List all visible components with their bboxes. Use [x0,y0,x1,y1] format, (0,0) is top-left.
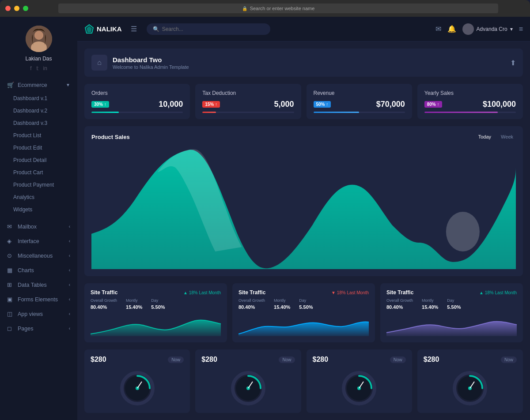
traffic-stats-0: Overall Growth 80.40% Montly 15.40% Day … [91,298,221,311]
watch-now-2[interactable]: Now [390,356,406,363]
traffic-title-0: Site Traffic [91,289,117,296]
product-sales-svg [91,146,516,269]
traffic-stat-0-1: Montly 15.40% [126,298,142,311]
svg-point-16 [246,402,250,405]
revenue-bar [314,112,405,113]
social-icons: f 𝕥 in [30,65,47,71]
sidebar-item-mailbox[interactable]: ✉ Mailbox ‹ [0,219,77,234]
watch-now-1[interactable]: Now [279,356,295,363]
revenue-row: 50% ↑ $70,000 [314,100,405,109]
topbar-user-name: Advanda Cro [477,26,507,32]
mailbox-chevron: ‹ [69,224,70,229]
sidebar-item-app-views[interactable]: ◫ App views ‹ [0,307,77,321]
search-bar[interactable]: 🔍 [147,23,270,35]
sidebar-item-interface[interactable]: ◈ Interface ‹ [0,234,77,248]
svg-point-28 [468,402,472,405]
orders-badge: 30% ↑ [91,101,109,108]
traffic-header-2: Site Traffic ▲ 18% Last Month [386,289,517,296]
topbar-avatar [462,23,474,35]
twitter-icon[interactable]: 𝕥 [36,65,39,71]
watch-header-0: $280 Now [91,356,184,364]
svg-point-9 [136,371,139,375]
sidebar-item-product-cart[interactable]: Product Cart [0,166,77,179]
yearly-badge: 80% ↑ [424,101,442,108]
sidebar-item-dashboard-v3[interactable]: Dashboard v.3 [0,117,77,129]
sidebar-item-product-payment[interactable]: Product Payment [0,179,77,191]
sidebar-item-widgets[interactable]: Widgets [0,203,77,216]
watch-now-0[interactable]: Now [168,356,184,363]
interface-chevron: ‹ [69,239,70,244]
traffic-stat-1-0: Overall Growth 80.40% [238,298,265,311]
watch-img-3 [424,367,517,407]
traffic-stats-2: Overall Growth 80.40% Montly 15.40% Day … [386,298,517,311]
sidebar-item-pages[interactable]: ◻ Pages ‹ [0,321,77,336]
traffic-stat-0-2: Day 5.50% [151,298,165,311]
sidebar-item-data-tables[interactable]: ⊞ Data Tables ‹ [0,278,77,292]
orders-row: 30% ↑ 10,000 [91,100,183,109]
chart-title: Product Sales [91,134,130,140]
logo-icon [84,24,94,34]
watch-now-3[interactable]: Now [501,356,517,363]
traffic-header-1: Site Traffic ▼ 18% Last Month [238,289,369,296]
traffic-title-2: Site Traffic [386,289,413,296]
lock-icon: 🔒 [242,6,247,11]
yearly-bar [424,112,516,113]
topbar-user[interactable]: Advanda Cro ▾ [462,23,513,35]
sidebar-header: Lakian Das f 𝕥 in [0,17,77,76]
topbar-user-chevron: ▾ [510,26,513,32]
sidebar-item-product-detail[interactable]: Product Detail [0,154,77,166]
mail-icon[interactable]: ✉ [435,25,441,33]
page-header-share-icon[interactable]: ⬆ [510,59,516,67]
avatar-image [26,26,52,52]
tax-value: 5,000 [274,100,294,109]
tax-bar-fill [202,112,216,113]
watch-price-1: $280 [201,356,217,364]
chart-tabs: Today Week [476,133,516,140]
mini-chart-2 [386,314,517,336]
sidebar-item-forms-elements[interactable]: ▣ Forms Elements ‹ [0,292,77,307]
mailbox-icon: ✉ [7,223,14,230]
watch-img-2 [313,367,406,407]
mac-close-btn[interactable] [5,6,11,11]
chart-area [91,146,516,269]
sidebar-item-dashboard-v2[interactable]: Dashboard v.2 [0,105,77,117]
traffic-stat-1-1: Montly 15.40% [274,298,290,311]
traffic-badge-2: ▲ 18% Last Month [479,290,517,295]
revenue-bar-fill [314,112,360,113]
svg-point-22 [357,402,361,405]
watch-price-0: $280 [91,356,106,364]
traffic-grid: Site Traffic ▲ 18% Last Month Overall Gr… [84,283,523,342]
svg-point-10 [136,402,139,405]
url-text: Search or enter website name [250,6,315,11]
sidebar-item-miscellaneous[interactable]: ⊙ Miscellaneous ‹ [0,248,77,263]
search-input[interactable] [162,26,264,32]
sidebar-item-charts[interactable]: ▦ Charts ‹ [0,263,77,278]
traffic-stat-0-0: Overall Growth 80.40% [91,298,117,311]
revenue-value: $70,000 [376,100,405,109]
yearly-bar-fill [424,112,498,113]
linkedin-icon[interactable]: in [43,65,47,71]
watch-price-2: $280 [313,356,329,364]
svg-marker-5 [87,26,92,32]
url-bar[interactable]: 🔒 Search or enter website name [58,4,498,13]
mac-max-btn[interactable] [23,6,28,11]
watch-card-0: $280 Now [84,349,190,413]
chart-tab-week[interactable]: Week [498,133,516,140]
chart-tab-today[interactable]: Today [476,133,494,140]
hamburger-icon[interactable]: ☰ [131,25,137,33]
facebook-icon[interactable]: f [30,65,31,71]
watch-card-3: $280 Now [417,349,523,413]
sidebar-item-dashboard-v1[interactable]: Dashboard v.1 [0,92,77,105]
bell-icon[interactable]: 🔔 [447,25,456,33]
sidebar-item-product-list[interactable]: Product List [0,129,77,142]
watch-card-1: $280 Now [195,349,301,413]
topbar-menu-icon[interactable]: ≡ [519,25,523,33]
sidebar-item-product-edit[interactable]: Product Edit [0,142,77,154]
mac-min-btn[interactable] [14,6,19,11]
traffic-card-1: Site Traffic ▼ 18% Last Month Overall Gr… [232,283,375,342]
app-views-icon: ◫ [7,311,14,317]
sidebar-item-ecommerce[interactable]: 🛒 Ecommerce ▼ [0,78,77,92]
sidebar-item-analytics[interactable]: Analytics [0,191,77,203]
ecommerce-label: Ecommerce [18,82,47,88]
orders-bar [91,112,183,113]
